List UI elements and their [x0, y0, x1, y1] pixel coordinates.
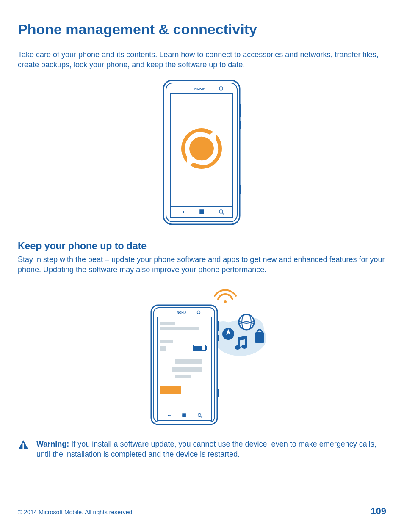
svg-rect-25: [255, 332, 264, 343]
section-title-update: Keep your phone up to date: [18, 240, 386, 252]
svg-rect-39: [160, 386, 181, 394]
compass-icon: [222, 328, 234, 340]
svg-rect-48: [217, 389, 219, 397]
phone-sync-illustration: NOKIA: [162, 79, 242, 227]
section-intro-update: Stay in step with the beat – update your…: [18, 254, 386, 275]
windows-icon: [200, 210, 204, 214]
phone-brand-label: NOKIA: [194, 87, 205, 91]
svg-rect-9: [202, 212, 204, 214]
svg-rect-41: [183, 414, 184, 415]
svg-point-24: [241, 345, 247, 349]
page-title: Phone management & connectivity: [18, 21, 386, 38]
svg-rect-31: [160, 340, 173, 343]
svg-rect-38: [175, 375, 191, 378]
svg-rect-32: [160, 346, 166, 351]
svg-point-14: [224, 300, 227, 303]
warning-icon: [18, 440, 29, 450]
svg-point-23: [235, 345, 241, 350]
svg-rect-29: [160, 322, 175, 325]
svg-rect-42: [184, 414, 185, 415]
copyright-text: © 2014 Microsoft Mobile. All rights rese…: [18, 509, 134, 515]
svg-rect-6: [200, 210, 202, 212]
windows-icon: [183, 414, 185, 417]
svg-rect-13: [240, 185, 241, 194]
globe-icon: [239, 314, 254, 330]
svg-rect-44: [184, 416, 185, 417]
svg-rect-34: [205, 346, 207, 350]
svg-rect-8: [200, 212, 202, 214]
svg-rect-46: [217, 321, 219, 331]
svg-rect-12: [240, 121, 241, 129]
svg-rect-30: [160, 327, 199, 330]
warning-body: If you install a software update, you ca…: [36, 440, 376, 458]
svg-rect-7: [202, 210, 204, 212]
page-footer: © 2014 Microsoft Mobile. All rights rese…: [18, 506, 386, 517]
figure-phone-update: NOKIA: [18, 283, 386, 429]
svg-rect-35: [194, 346, 202, 350]
warning-text: Warning: If you install a software updat…: [36, 439, 386, 460]
figure-phone-sync: NOKIA: [18, 79, 386, 229]
warning-block: Warning: If you install a software updat…: [18, 439, 386, 460]
intro-paragraph: Take care of your phone and its contents…: [18, 50, 386, 70]
svg-rect-47: [217, 335, 219, 341]
svg-rect-11: [240, 104, 241, 117]
svg-rect-50: [22, 443, 24, 447]
svg-rect-43: [183, 416, 184, 417]
svg-rect-36: [175, 359, 202, 364]
phone-update-illustration: NOKIA: [134, 283, 270, 427]
svg-rect-51: [22, 447, 24, 449]
warning-label: Warning:: [36, 440, 69, 448]
phone-brand-label-2: NOKIA: [177, 311, 187, 314]
svg-rect-37: [172, 367, 202, 372]
page-number: 109: [371, 506, 386, 517]
wifi-icon: [215, 290, 236, 303]
